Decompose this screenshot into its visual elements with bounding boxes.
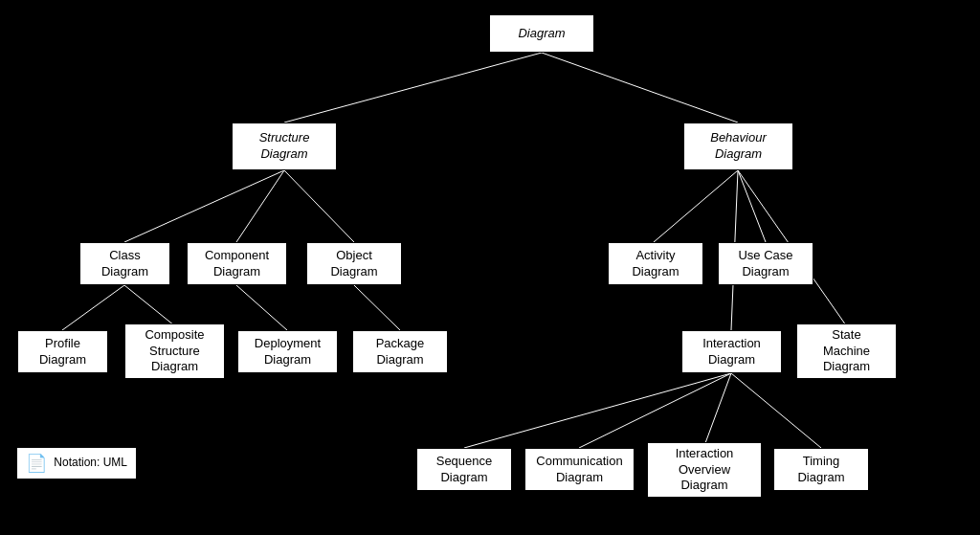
state-machine-diagram-node: StateMachineDiagram: [796, 323, 897, 379]
composite-structure-diagram-node: CompositeStructureDiagram: [124, 323, 225, 379]
behaviour-diagram-node: BehaviourDiagram: [683, 123, 793, 170]
svg-line-5: [62, 285, 124, 330]
activity-diagram-node: ActivityDiagram: [608, 242, 703, 285]
svg-line-1: [542, 53, 738, 123]
svg-line-15: [705, 373, 731, 443]
svg-line-2: [124, 170, 284, 242]
deployment-diagram-node: DeploymentDiagram: [237, 330, 338, 373]
svg-line-0: [284, 53, 542, 123]
structure-diagram-node: StructureDiagram: [232, 123, 337, 170]
object-diagram-node: ObjectDiagram: [306, 242, 402, 285]
diagram-node: Diagram: [489, 14, 594, 53]
svg-line-6: [124, 285, 174, 325]
use-case-diagram-node: Use CaseDiagram: [718, 242, 813, 285]
svg-line-14: [579, 373, 731, 448]
svg-line-4: [284, 170, 354, 242]
notation-label: 📄 Notation: UML: [17, 448, 136, 479]
profile-diagram-node: ProfileDiagram: [17, 330, 108, 373]
class-diagram-node: ClassDiagram: [79, 242, 170, 285]
interaction-overview-diagram-node: InteractionOverviewDiagram: [647, 442, 762, 498]
package-diagram-node: PackageDiagram: [352, 330, 448, 373]
interaction-diagram-node: InteractionDiagram: [681, 330, 782, 373]
svg-line-13: [464, 373, 731, 448]
sequence-diagram-node: SequenceDiagram: [416, 448, 512, 491]
component-diagram-node: ComponentDiagram: [187, 242, 287, 285]
timing-diagram-node: TimingDiagram: [773, 448, 869, 491]
svg-line-8: [354, 285, 400, 330]
svg-line-7: [236, 285, 287, 330]
communication-diagram-node: CommunicationDiagram: [524, 448, 635, 491]
svg-line-10: [738, 170, 766, 242]
svg-line-3: [236, 170, 284, 242]
svg-line-9: [654, 170, 738, 242]
svg-line-16: [731, 373, 821, 448]
